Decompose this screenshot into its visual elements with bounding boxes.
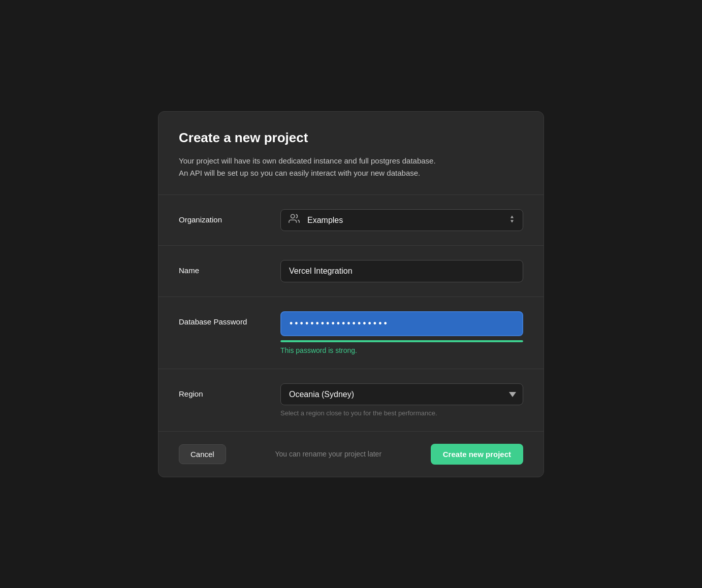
region-section: Region Oceania (Sydney)US East (N. Virgi… bbox=[158, 369, 544, 432]
organization-control: Examples bbox=[280, 209, 523, 231]
password-section: Database Password This password is stron… bbox=[158, 297, 544, 369]
create-project-button[interactable]: Create new project bbox=[431, 444, 523, 465]
organization-section: Organization Examples bbox=[158, 195, 544, 246]
dialog-header: Create a new project Your project will h… bbox=[158, 112, 544, 195]
name-section: Name bbox=[158, 246, 544, 297]
organization-select-wrapper: Examples bbox=[280, 209, 523, 231]
password-label: Database Password bbox=[179, 311, 280, 326]
password-input[interactable] bbox=[280, 311, 523, 336]
cancel-button[interactable]: Cancel bbox=[179, 444, 226, 464]
organization-select[interactable]: Examples bbox=[280, 209, 523, 231]
organization-label: Organization bbox=[179, 209, 280, 224]
dialog-title: Create a new project bbox=[179, 130, 523, 146]
password-control: This password is strong. bbox=[280, 311, 523, 354]
create-project-dialog: Create a new project Your project will h… bbox=[158, 111, 544, 477]
region-control: Oceania (Sydney)US East (N. Virginia)US … bbox=[280, 383, 523, 417]
rename-hint: You can rename your project later bbox=[275, 450, 381, 458]
region-select[interactable]: Oceania (Sydney)US East (N. Virginia)US … bbox=[280, 383, 523, 405]
region-hint: Select a region close to you for the bes… bbox=[280, 409, 523, 417]
region-select-wrapper: Oceania (Sydney)US East (N. Virginia)US … bbox=[280, 383, 523, 405]
password-strength-bar bbox=[280, 340, 523, 342]
password-strength-fill bbox=[280, 340, 523, 342]
dialog-description-line1: Your project will have its own dedicated… bbox=[179, 155, 523, 167]
name-control bbox=[280, 260, 523, 282]
dialog-footer: Cancel You can rename your project later… bbox=[158, 432, 544, 477]
dialog-description-line2: An API will be set up so you can easily … bbox=[179, 167, 523, 179]
region-label: Region bbox=[179, 383, 280, 398]
name-input[interactable] bbox=[280, 260, 523, 282]
password-strength-text: This password is strong. bbox=[280, 346, 523, 354]
name-label: Name bbox=[179, 260, 280, 275]
